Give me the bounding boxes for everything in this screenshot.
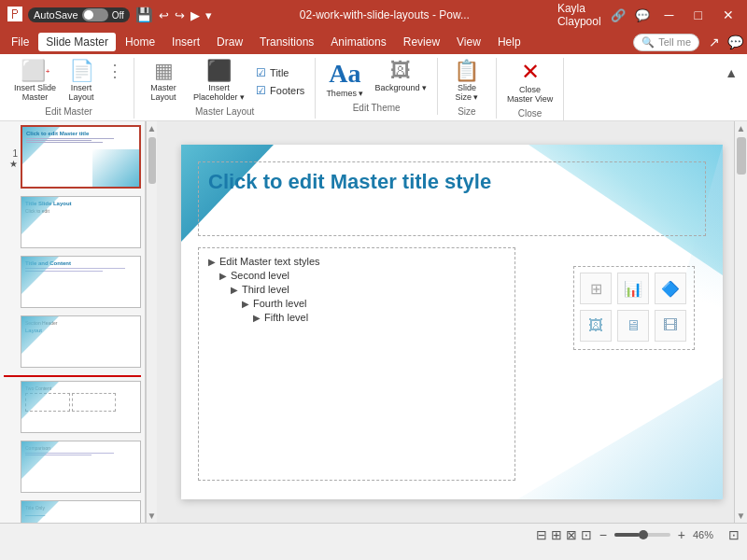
- menu-file[interactable]: File: [4, 33, 36, 51]
- close-master-view-label: CloseMaster View: [507, 85, 553, 104]
- panel-scroll-thumb[interactable]: [148, 137, 156, 184]
- right-scrollbar[interactable]: ▲ ▼: [734, 121, 747, 523]
- slide-sorter-button[interactable]: ⊠: [566, 527, 577, 542]
- share-ribbon-icon[interactable]: ↗: [709, 35, 720, 49]
- menu-draw[interactable]: Draw: [209, 33, 250, 51]
- slide-thumb-5[interactable]: Two Content: [21, 381, 141, 433]
- autosave-label: AutoSave: [34, 9, 78, 21]
- slide-thumb-7[interactable]: Title Only ─────: [21, 500, 141, 523]
- menu-home[interactable]: Home: [118, 33, 162, 51]
- slide-size-icon: 📋: [454, 61, 479, 81]
- slide-thumb-1[interactable]: Click to edit Master title 3: [21, 125, 141, 189]
- right-scroll-thumb[interactable]: [737, 137, 746, 175]
- autosave-toggle[interactable]: [82, 8, 108, 21]
- master-layout-button[interactable]: ▦ MasterLayout: [140, 58, 187, 105]
- zoom-level-label[interactable]: 46%: [693, 529, 721, 540]
- footers-checkbox-row[interactable]: ☑ Footers: [251, 82, 309, 99]
- slide-text-item-3: ▶ Fourth level: [208, 298, 505, 309]
- maximize-button[interactable]: □: [689, 6, 708, 24]
- menu-view[interactable]: View: [449, 33, 488, 51]
- background-button[interactable]: 🖼 Background ▾: [370, 58, 431, 95]
- close-button[interactable]: ✕: [717, 6, 740, 24]
- slide-title-box[interactable]: Click to edit Master title style: [198, 161, 706, 236]
- undo-icon[interactable]: ↩: [159, 8, 169, 22]
- size-buttons: 📋 SlideSize ▾: [444, 58, 490, 105]
- edit-master-more-button[interactable]: ⋮: [102, 58, 128, 84]
- fit-slide-button[interactable]: ⊡: [728, 527, 740, 542]
- slide-thumb-4[interactable]: Section Header Layout: [21, 315, 141, 368]
- title-bar: 🅿 AutoSave Off 💾 ↩ ↪ ▶ ▾ 02-work-with-sl…: [0, 0, 747, 30]
- menu-insert[interactable]: Insert: [164, 33, 207, 51]
- edit-master-buttons: ⬜+ Insert SlideMaster 📄 InsertLayout ⋮: [9, 58, 128, 105]
- themes-label: Themes ▾: [326, 89, 363, 98]
- zoom-track[interactable]: [614, 533, 670, 537]
- comments-icon[interactable]: 💬: [635, 8, 650, 22]
- present-icon[interactable]: ▶: [190, 8, 200, 22]
- reading-view-button[interactable]: ⊡: [581, 527, 592, 542]
- arrow-icon-4: ▶: [253, 313, 261, 323]
- size-label: Size: [458, 106, 475, 119]
- edit-theme-label: Edit Theme: [353, 103, 401, 115]
- slide-thumb-6[interactable]: Comparison: [21, 441, 141, 493]
- icon-cell-smartart: 🔷: [655, 273, 686, 304]
- insert-placeholder-button[interactable]: ⬛ InsertPlaceholder ▾: [189, 58, 249, 105]
- title-checkbox-row[interactable]: ☑ Title: [251, 64, 309, 81]
- title-checkbox-icon: ☑: [256, 66, 266, 79]
- insert-layout-button[interactable]: 📄 InsertLayout: [63, 58, 100, 105]
- insert-slide-master-label: Insert SlideMaster: [14, 83, 56, 102]
- main-content: 1 ★ Click to edit Master title 3: [0, 121, 747, 523]
- menu-review[interactable]: Review: [396, 33, 447, 51]
- slide-panel: 1 ★ Click to edit Master title 3: [0, 121, 146, 523]
- scroll-down-arrow[interactable]: ▼: [735, 509, 747, 523]
- close-master-view-button[interactable]: ✕ CloseMaster View: [502, 58, 557, 106]
- minimize-button[interactable]: ─: [659, 6, 680, 24]
- slide-canvas: Click to edit Master title style ▶ Edit …: [181, 145, 723, 499]
- comments-ribbon-icon[interactable]: 💬: [727, 35, 743, 49]
- panel-scrollbar[interactable]: ▲ ▼: [146, 121, 157, 523]
- zoom-fill: [614, 533, 641, 537]
- slide-thumb-2[interactable]: Title Slide Layout Click to edit 2: [21, 196, 141, 248]
- title-bar-center: 02-work-with-slide-layouts - Pow...: [212, 8, 557, 21]
- menu-transitions[interactable]: Transitions: [252, 33, 321, 51]
- insert-slide-master-button[interactable]: ⬜+ Insert SlideMaster: [9, 58, 61, 105]
- outline-view-button[interactable]: ⊞: [551, 527, 562, 542]
- slide-text-item-2: ▶ Third level: [208, 284, 505, 295]
- redo-icon[interactable]: ↪: [175, 8, 185, 22]
- bg-bottom-right: [517, 378, 723, 499]
- tell-me-box[interactable]: 🔍 Tell me: [633, 34, 699, 51]
- ribbon-groups: ⬜+ Insert SlideMaster 📄 InsertLayout ⋮ E…: [0, 58, 747, 120]
- scroll-up-arrow[interactable]: ▲: [735, 121, 747, 135]
- menu-animations[interactable]: Animations: [323, 33, 393, 51]
- zoom-thumb[interactable]: [639, 530, 648, 539]
- close-buttons: ✕ CloseMaster View: [502, 58, 557, 106]
- slide-size-button[interactable]: 📋 SlideSize ▾: [444, 58, 490, 105]
- checkboxes-group: ☑ Title ☑ Footers: [251, 64, 309, 99]
- close-group-label: Close: [518, 108, 543, 120]
- ribbon-collapse-icon[interactable]: ▲: [719, 62, 743, 84]
- arrow-icon-1: ▶: [219, 271, 227, 281]
- close-master-view-icon: ✕: [521, 61, 540, 83]
- slide-content-box[interactable]: ▶ Edit Master text styles ▶ Second level…: [198, 247, 515, 481]
- menu-help[interactable]: Help: [490, 33, 529, 51]
- icon-cell-table: ⊞: [580, 273, 612, 304]
- autosave-badge: AutoSave Off: [28, 7, 130, 22]
- save-icon[interactable]: 💾: [135, 7, 153, 23]
- themes-button[interactable]: Aa Themes ▾: [321, 58, 368, 101]
- slide-position-indicator: [4, 375, 141, 377]
- customize-icon[interactable]: ▾: [205, 8, 212, 22]
- share-icon[interactable]: 🔗: [611, 8, 626, 22]
- themes-icon: Aa: [329, 61, 360, 87]
- insert-layout-label: InsertLayout: [69, 83, 94, 102]
- zoom-out-button[interactable]: −: [599, 527, 607, 542]
- slide-thumb-3[interactable]: Title and Content: [21, 256, 141, 308]
- slide-main-title: Click to edit Master title style: [208, 170, 696, 194]
- insert-slide-master-icon: ⬜+: [21, 61, 50, 81]
- background-label: Background ▾: [374, 83, 427, 92]
- slide-icon-grid[interactable]: ⊞ 📊 🔷 🖼 🖥 🎞: [573, 266, 695, 350]
- edit-theme-buttons: Aa Themes ▾ 🖼 Background ▾: [321, 58, 431, 101]
- menu-slide-master[interactable]: Slide Master: [38, 33, 116, 51]
- zoom-in-button[interactable]: +: [678, 527, 685, 542]
- master-layout-buttons: ▦ MasterLayout ⬛ InsertPlaceholder ▾ ☑ T…: [140, 58, 309, 105]
- normal-view-button[interactable]: ⊟: [536, 527, 547, 542]
- icon-cell-video: 🎞: [655, 310, 686, 342]
